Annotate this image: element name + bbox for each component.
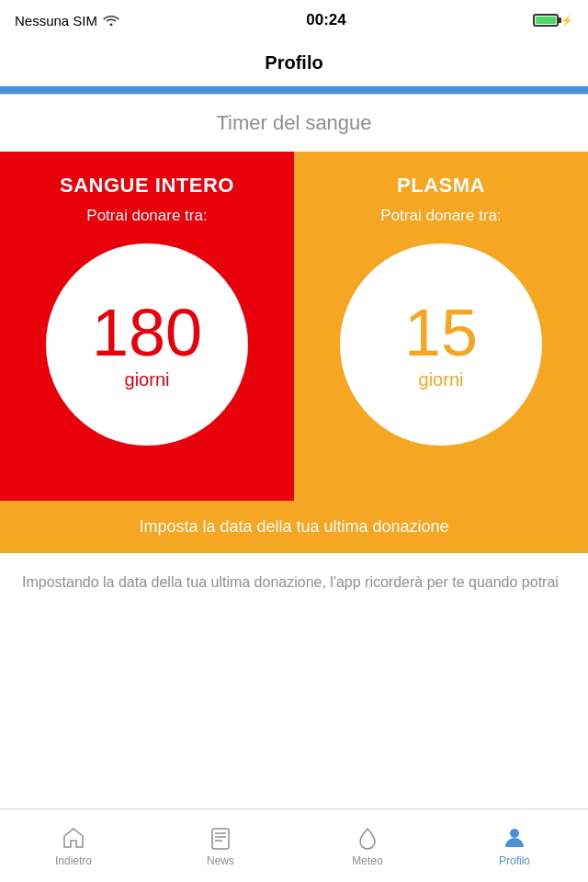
tab-profilo[interactable]: Profilo	[441, 809, 588, 882]
battery-icon: ⚡	[533, 14, 573, 27]
tab-indietro-label: Indietro	[55, 854, 92, 867]
status-time: 00:24	[306, 11, 345, 29]
sangue-intero-number: 180	[92, 300, 202, 366]
svg-rect-0	[212, 829, 229, 849]
plasma-unit: giorni	[419, 369, 464, 390]
svg-point-4	[510, 829, 519, 838]
section-title-text: Timer del sangue	[216, 111, 371, 134]
wifi-icon	[103, 13, 119, 28]
news-icon	[208, 825, 233, 851]
drop-icon	[355, 825, 380, 851]
tab-profilo-label: Profilo	[499, 854, 530, 867]
sangue-intero-circle: 180 giorni	[46, 243, 248, 446]
person-icon	[502, 825, 527, 851]
plasma-subtitle: Potrai donare tra:	[380, 207, 501, 225]
tab-meteo[interactable]: Meteo	[294, 809, 441, 882]
sangue-intero-card[interactable]: SANGUE INTERO Potrai donare tra: 180 gio…	[0, 152, 294, 501]
donate-button[interactable]: Imposta la data della tua ultima donazio…	[0, 501, 588, 553]
status-bar: Nessuna SIM 00:24 ⚡	[0, 0, 588, 40]
plasma-title: PLASMA	[397, 174, 485, 198]
charging-icon: ⚡	[560, 15, 573, 27]
tab-bar: Indietro News Meteo Profilo	[0, 808, 588, 882]
tab-news-label: News	[207, 854, 234, 867]
carrier-text: Nessuna SIM	[15, 13, 97, 28]
tab-news[interactable]: News	[147, 809, 294, 882]
description-text: Impostando la data della tua ultima dona…	[22, 574, 559, 590]
home-icon	[61, 825, 86, 851]
timer-cards: SANGUE INTERO Potrai donare tra: 180 gio…	[0, 152, 588, 501]
plasma-circle: 15 giorni	[340, 243, 542, 446]
sangue-intero-subtitle: Potrai donare tra:	[86, 207, 207, 225]
section-title-container: Timer del sangue	[0, 95, 588, 152]
sangue-intero-unit: giorni	[125, 369, 170, 390]
tab-indietro[interactable]: Indietro	[0, 809, 147, 882]
sangue-intero-title: SANGUE INTERO	[60, 174, 234, 198]
status-left: Nessuna SIM	[15, 13, 119, 28]
nav-bar: Profilo	[0, 40, 588, 86]
status-right: ⚡	[533, 14, 573, 27]
donate-button-label: Imposta la data della tua ultima donazio…	[139, 517, 448, 536]
nav-title: Profilo	[265, 52, 322, 74]
plasma-card[interactable]: PLASMA Potrai donare tra: 15 giorni	[294, 152, 588, 501]
blue-progress-bar	[0, 86, 588, 94]
plasma-number: 15	[404, 300, 478, 366]
description-section: Impostando la data della tua ultima dona…	[0, 553, 588, 808]
tab-meteo-label: Meteo	[352, 854, 382, 867]
main-content: Timer del sangue SANGUE INTERO Potrai do…	[0, 95, 588, 808]
